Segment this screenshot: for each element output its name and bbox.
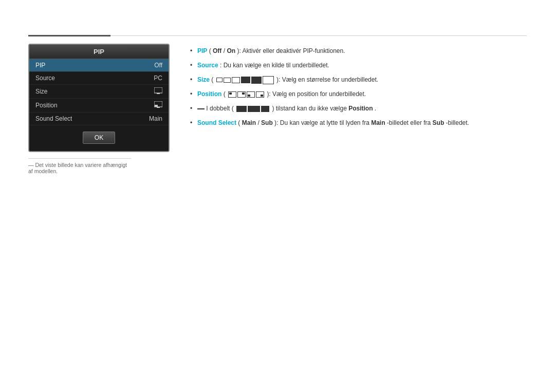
desc-sound-sub2: Sub <box>433 119 445 126</box>
desc-position: Position ( ): Vælg en position for under… <box>190 89 527 99</box>
desc-position-paren: ( <box>224 90 226 98</box>
desc-pip: PIP ( Off / On ): Aktivér eller deaktivé… <box>190 46 527 55</box>
ok-button[interactable]: OK <box>83 132 115 144</box>
position-value-icon <box>154 101 162 108</box>
desc-double-end: . <box>375 105 376 112</box>
pip-menu-row-source[interactable]: Source PC <box>29 72 169 85</box>
top-divider <box>28 35 527 36</box>
desc-sound-paren: ( <box>238 119 240 126</box>
dbl-icon-1 <box>236 106 247 112</box>
desc-pip-on: On <box>227 47 235 54</box>
description-list: PIP ( Off / On ): Aktivér eller deaktivé… <box>190 46 527 127</box>
desc-sound-main: Main <box>242 119 256 126</box>
pip-ok-row: OK <box>29 125 169 151</box>
page-container: PIP PIP Off Source PC Size <box>0 0 555 392</box>
desc-pip-text: ): Aktivér eller deaktivér PIP-funktione… <box>237 47 345 54</box>
pos-icon-br <box>256 91 264 98</box>
pip-dialog-title: PIP <box>29 45 169 59</box>
source-row-value: PC <box>154 74 162 82</box>
position-icons-group <box>228 91 264 98</box>
desc-double: I dobbelt ( ) tilstand kan du ikke vælge… <box>190 104 527 113</box>
pip-row-value: Off <box>154 62 162 69</box>
size-icon-3 <box>232 77 240 83</box>
desc-sound-text1: ): Du kan vælge at lytte til lyden fra <box>274 119 371 126</box>
desc-size: Size ( ): Vælg en størrelse for underbil… <box>190 75 527 84</box>
pip-menu-row-sound-select[interactable]: Sound Select Main <box>29 113 169 125</box>
size-value-icon <box>154 87 162 94</box>
desc-sound-mid: -billedet eller fra <box>387 119 433 126</box>
desc-sound-select: Sound Select ( Main / Sub ): Du kan vælg… <box>190 118 527 127</box>
size-icon-6 <box>263 76 274 84</box>
pip-dialog: PIP PIP Off Source PC Size <box>28 44 170 152</box>
divider-thick <box>28 35 110 36</box>
description-panel: PIP ( Off / On ): Aktivér eller deaktivé… <box>190 44 527 174</box>
desc-sound-end: -billedet. <box>446 119 469 126</box>
desc-double-prefix: I dobbelt ( <box>206 105 233 112</box>
size-icon-2 <box>224 78 231 83</box>
desc-double-text: ) tilstand kan du ikke vælge <box>272 105 348 112</box>
svg-rect-4 <box>157 107 160 108</box>
desc-source: Source : Du kan vælge en kilde til under… <box>190 61 527 70</box>
desc-sound-sub: Sub <box>261 119 273 126</box>
sound-select-row-label: Sound Select <box>35 115 72 122</box>
desc-size-paren: ( <box>211 76 213 83</box>
desc-pip-label: PIP <box>197 47 207 54</box>
pos-icon-tl <box>228 91 236 98</box>
size-icon-5 <box>251 77 262 84</box>
desc-pip-off: Off <box>213 47 221 54</box>
desc-source-label: Source <box>197 62 218 69</box>
divider-thin <box>110 35 527 36</box>
source-row-label: Source <box>35 74 55 82</box>
desc-size-label: Size <box>197 76 210 83</box>
desc-double-position: Position <box>348 105 373 112</box>
size-icon-4 <box>241 77 250 83</box>
pip-menu-row-position[interactable]: Position <box>29 99 169 113</box>
content-area: PIP PIP Off Source PC Size <box>28 44 527 174</box>
pip-menu-row-size[interactable]: Size <box>29 85 169 99</box>
desc-sound-main2: Main <box>371 119 385 126</box>
desc-sound-label: Sound Select <box>197 119 236 126</box>
pip-title-text: PIP <box>94 48 104 55</box>
size-row-value <box>154 87 162 96</box>
dbl-icon-3 <box>261 106 269 112</box>
size-icons-group <box>216 76 274 84</box>
desc-position-text: ): Vælg en position for underbilledet. <box>267 90 366 98</box>
svg-rect-0 <box>154 87 162 93</box>
footnote: ― Det viste billede kan variere afhængig… <box>28 158 131 174</box>
sound-select-row-value: Main <box>149 115 162 122</box>
pip-row-label: PIP <box>35 62 45 69</box>
pos-icon-bl <box>247 91 255 98</box>
double-icons-group <box>236 106 269 112</box>
pip-panel: PIP PIP Off Source PC Size <box>28 44 170 174</box>
double-dash-icon <box>197 108 205 109</box>
desc-size-text: ): Vælg en størrelse for underbilledet. <box>276 76 378 83</box>
position-row-label: Position <box>35 102 58 109</box>
footnote-text: ― Det viste billede kan variere afhængig… <box>28 162 127 174</box>
desc-pip-paren: ( <box>209 47 211 54</box>
svg-rect-1 <box>157 93 160 94</box>
pip-menu: PIP Off Source PC Size <box>29 59 169 125</box>
desc-source-text: : Du kan vælge en kilde til underbillede… <box>220 62 329 69</box>
size-row-label: Size <box>35 88 47 95</box>
pos-icon-tr <box>237 91 246 98</box>
desc-position-label: Position <box>197 90 221 98</box>
svg-rect-3 <box>155 105 158 107</box>
position-row-value <box>154 101 162 109</box>
dbl-icon-2 <box>248 106 260 112</box>
size-icon-1 <box>216 78 223 82</box>
pip-menu-row-pip[interactable]: PIP Off <box>29 59 169 72</box>
